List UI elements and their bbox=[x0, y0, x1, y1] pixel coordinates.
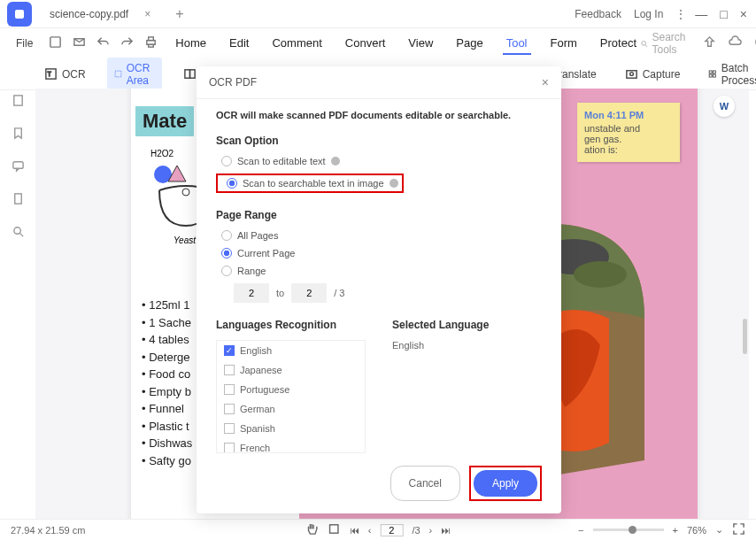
comments-icon[interactable] bbox=[12, 159, 25, 176]
thumbnails-icon[interactable] bbox=[12, 94, 25, 111]
feedback-link[interactable]: Feedback bbox=[575, 8, 621, 20]
zoom-in-icon[interactable]: + bbox=[673, 525, 678, 536]
fit-icon[interactable] bbox=[328, 522, 341, 537]
login-link[interactable]: Log In bbox=[634, 8, 663, 20]
page-total: /3 bbox=[412, 525, 420, 536]
scan-option-heading: Scan Option bbox=[216, 135, 542, 147]
lang-item[interactable]: German bbox=[217, 399, 365, 419]
menu-view[interactable]: View bbox=[405, 33, 436, 55]
lang-item[interactable]: Spanish bbox=[217, 419, 365, 438]
scan-searchable-option[interactable]: Scan to searchable text in image bbox=[221, 178, 398, 189]
all-pages-option[interactable]: All Pages bbox=[216, 230, 542, 241]
scan-editable-option[interactable]: Scan to editable text bbox=[216, 156, 542, 166]
hand-tool-icon[interactable] bbox=[305, 522, 319, 537]
minimize-icon[interactable]: — bbox=[695, 7, 707, 21]
menu-edit[interactable]: Edit bbox=[226, 33, 252, 55]
svg-rect-19 bbox=[714, 71, 716, 73]
file-menu[interactable]: File bbox=[7, 37, 42, 50]
undo-icon[interactable] bbox=[96, 35, 110, 52]
attachments-icon[interactable] bbox=[12, 192, 25, 209]
page-range-heading: Page Range bbox=[216, 209, 542, 221]
ocr-modal: OCR PDF × OCR will make scanned PDF docu… bbox=[197, 66, 561, 513]
radio-icon bbox=[221, 230, 232, 241]
zoom-slider[interactable] bbox=[593, 528, 664, 531]
modal-close-icon[interactable]: × bbox=[542, 75, 549, 89]
close-icon[interactable]: × bbox=[740, 7, 747, 21]
checkbox-checked-icon: ✓ bbox=[224, 345, 235, 356]
svg-text:Yeast: Yeast bbox=[174, 235, 197, 245]
svg-rect-18 bbox=[710, 71, 713, 73]
maximize-icon[interactable]: □ bbox=[720, 7, 727, 21]
search-panel-icon[interactable] bbox=[12, 225, 25, 242]
zoom-out-icon[interactable]: − bbox=[578, 525, 583, 536]
cancel-button[interactable]: Cancel bbox=[390, 466, 460, 501]
zoom-dropdown-icon[interactable]: ⌄ bbox=[715, 524, 723, 536]
save-icon[interactable] bbox=[49, 35, 62, 52]
vertical-scrollbar[interactable] bbox=[743, 319, 747, 354]
next-page-icon[interactable]: › bbox=[429, 525, 433, 536]
range-from-input[interactable] bbox=[234, 283, 269, 303]
lang-item[interactable]: ✓English bbox=[217, 341, 365, 360]
menu-tool[interactable]: Tool bbox=[503, 33, 531, 55]
svg-point-29 bbox=[182, 189, 189, 196]
checkbox-icon bbox=[224, 423, 235, 434]
svg-rect-4 bbox=[149, 36, 154, 40]
menu-form[interactable]: Form bbox=[547, 33, 581, 55]
page-input[interactable] bbox=[380, 524, 403, 536]
cloud-icon[interactable] bbox=[729, 35, 742, 51]
word-badge-icon[interactable]: W bbox=[714, 96, 735, 117]
lang-item[interactable]: French bbox=[217, 438, 365, 453]
menu-home[interactable]: Home bbox=[172, 33, 210, 55]
svg-rect-22 bbox=[13, 96, 21, 105]
first-page-icon[interactable]: ⏮ bbox=[350, 525, 359, 536]
batch-button[interactable]: Batch Process bbox=[701, 58, 756, 91]
menu-page[interactable]: Page bbox=[452, 33, 486, 55]
mail-icon[interactable] bbox=[73, 35, 86, 52]
bookmarks-icon[interactable] bbox=[12, 127, 25, 143]
share-icon[interactable] bbox=[703, 35, 716, 51]
sticky-note[interactable]: Mon 4:11 PM unstable and gen gas. ation … bbox=[577, 103, 680, 162]
radio-icon bbox=[221, 266, 232, 276]
current-page-option[interactable]: Current Page bbox=[216, 248, 542, 258]
kebab-icon[interactable]: ⋮ bbox=[675, 8, 686, 20]
ocr-area-button[interactable]: OCR Area bbox=[107, 58, 163, 91]
last-page-icon[interactable]: ⏭ bbox=[441, 525, 451, 536]
lang-recognition-heading: Languages Recognition bbox=[216, 319, 366, 331]
tab-close-icon[interactable]: × bbox=[144, 8, 150, 20]
radio-checked-icon bbox=[221, 248, 232, 258]
svg-rect-5 bbox=[149, 44, 154, 47]
lang-item[interactable]: Portuguese bbox=[217, 380, 365, 399]
fullscreen-icon[interactable] bbox=[732, 522, 745, 537]
ocr-button[interactable]: TOCR bbox=[37, 63, 93, 85]
materials-list: 125ml 1 1 Sache 4 tables Deterge Food co… bbox=[142, 297, 192, 469]
radio-icon bbox=[221, 156, 232, 166]
menu-convert[interactable]: Convert bbox=[342, 33, 390, 55]
redo-icon[interactable] bbox=[120, 35, 134, 52]
radio-checked-icon bbox=[227, 178, 237, 189]
svg-point-17 bbox=[629, 73, 633, 76]
search-placeholder: Search Tools bbox=[652, 31, 691, 56]
checkbox-icon bbox=[224, 384, 235, 395]
document-tab[interactable]: science-copy.pdf × bbox=[39, 1, 161, 27]
search-tools[interactable]: Search Tools bbox=[640, 31, 690, 56]
apply-button[interactable]: Apply bbox=[474, 470, 537, 497]
selected-language-heading: Selected Language bbox=[392, 319, 542, 331]
range-to-input[interactable] bbox=[291, 283, 327, 303]
main-menu: Home Edit Comment Convert View Page Tool… bbox=[172, 33, 640, 55]
lang-item[interactable]: Japanese bbox=[217, 360, 365, 380]
checkbox-icon bbox=[224, 404, 235, 414]
new-tab-button[interactable]: + bbox=[168, 6, 190, 22]
range-option[interactable]: Range bbox=[216, 266, 542, 276]
mate-heading: Mate bbox=[135, 106, 194, 136]
left-sidebar bbox=[0, 89, 35, 242]
menu-comment[interactable]: Comment bbox=[268, 33, 325, 55]
language-list[interactable]: ✓English Japanese Portuguese German Span… bbox=[216, 340, 366, 453]
capture-button[interactable]: Capture bbox=[618, 63, 688, 85]
menu-protect[interactable]: Protect bbox=[597, 33, 640, 55]
info-icon[interactable] bbox=[390, 179, 398, 188]
prev-page-icon[interactable]: ‹ bbox=[368, 525, 372, 536]
zoom-value: 76% bbox=[687, 525, 706, 536]
modal-description: OCR will make scanned PDF documents edit… bbox=[216, 110, 542, 120]
print-icon[interactable] bbox=[144, 35, 158, 52]
info-icon[interactable] bbox=[331, 157, 340, 166]
